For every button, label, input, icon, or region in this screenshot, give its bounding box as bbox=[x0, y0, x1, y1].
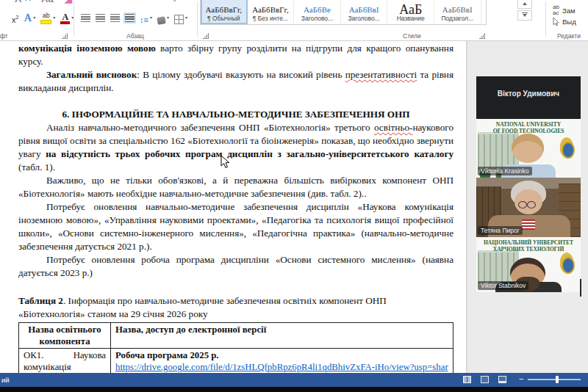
font-group: x2 А▾ ab▾ А▾ bbox=[12, 10, 74, 24]
replace-button[interactable]: abac Зам bbox=[553, 4, 575, 16]
paragraph: Потребує оновлення робоча програма дисци… bbox=[18, 253, 453, 280]
web-layout-icon[interactable] bbox=[498, 376, 506, 383]
participant-tile-pyroh[interactable]: Тетяна Пирог bbox=[476, 178, 581, 237]
paragraph: комунікація іноземною мовою варто збірну… bbox=[18, 42, 453, 68]
word-ribbon: А А Аа ◢ ≔ ≕ ¶ x2 А▾ ab▾ А▾ ↕≡▾ ▾ ▾ bbox=[0, 0, 588, 41]
shrink-font-icon[interactable]: А bbox=[25, 0, 31, 2]
panel-edge bbox=[580, 279, 581, 297]
style-label: ¶ Без инте... bbox=[253, 15, 288, 23]
participant-name: Тетяна Пирог bbox=[478, 226, 523, 235]
style-preview: АаБбВвГг, bbox=[206, 5, 243, 15]
shading-icon[interactable]: ▾ bbox=[157, 10, 169, 24]
university-banner: NATIONAL UNIVERSITY OF FOOD TECHNOLOGIES bbox=[476, 121, 581, 134]
table-header-cell: Назва освітнього компонента bbox=[19, 323, 111, 349]
select-label: Выд bbox=[562, 18, 576, 26]
highlight-color-icon[interactable]: ab▾ bbox=[40, 10, 55, 24]
participant-tile-stabnikov[interactable]: НАЦІОНАЛЬНИЙ УНІВЕРСИТЕТ ХАРЧОВИХ ТЕХНОЛ… bbox=[476, 237, 581, 292]
pilcrow-icon[interactable]: ¶ bbox=[172, 0, 176, 2]
participant-video-face bbox=[512, 134, 544, 163]
text-effects-icon[interactable]: А▾ bbox=[24, 10, 35, 24]
paragraph: Загальний висновок: В цілому здобувачі в… bbox=[18, 68, 453, 95]
word-status-bar: ий − bbox=[0, 373, 588, 387]
editing-group-label: Редакти bbox=[557, 32, 581, 40]
grow-font-icon[interactable]: А bbox=[15, 0, 21, 4]
participant-name: Віктор Удимович bbox=[476, 90, 581, 98]
change-case-icon[interactable]: Аа bbox=[41, 0, 54, 4]
table-header-cell: Назва, доступ до електронної версії bbox=[111, 323, 453, 349]
style-preview: АаБбВвГг, bbox=[252, 5, 289, 15]
glasses bbox=[518, 198, 539, 205]
styles-dialog-launcher-icon[interactable] bbox=[479, 33, 485, 39]
justify-icon[interactable] bbox=[125, 14, 135, 22]
zoom-out-icon[interactable]: − bbox=[519, 375, 523, 383]
style-title[interactable]: АаБ Название bbox=[387, 0, 434, 24]
group-separator bbox=[545, 1, 546, 37]
align-center-icon[interactable] bbox=[96, 14, 105, 22]
numbering-icon[interactable]: ≕ bbox=[109, 0, 116, 1]
styles-gallery: АаБбВвГг, ¶ Обычный АаБбВвГг, ¶ Без инте… bbox=[200, 0, 487, 25]
paragraph-dialog-launcher-icon[interactable] bbox=[203, 33, 209, 39]
mouse-cursor bbox=[220, 155, 230, 169]
document-table: Назва освітнього компонента Назва, досту… bbox=[18, 322, 453, 373]
style-subtitle[interactable]: АаБбВвІ Подзагол... bbox=[434, 0, 481, 24]
striped-collar bbox=[522, 219, 535, 230]
group-separator bbox=[74, 1, 74, 37]
status-language-text: ий bbox=[1, 376, 10, 384]
style-heading2[interactable]: АаБбВвІ Заголово... bbox=[341, 0, 388, 24]
meeting-shared-screen: А А Аа ◢ ≔ ≕ ¶ x2 А▾ ab▾ А▾ ↕≡▾ ▾ ▾ bbox=[0, 0, 588, 392]
styles-group-label: Стили bbox=[403, 32, 421, 40]
replace-icon: abac bbox=[553, 4, 559, 16]
style-label: Заголово... bbox=[301, 15, 333, 23]
style-normal[interactable]: АаБбВвГг, ¶ Обычный bbox=[201, 0, 248, 24]
style-label: ¶ Обычный bbox=[207, 15, 240, 23]
style-label: Название bbox=[397, 15, 425, 23]
subscript-icon[interactable]: x2 bbox=[12, 10, 18, 24]
document-page[interactable]: комунікація іноземною мовою варто збірну… bbox=[0, 41, 466, 373]
select-button[interactable]: Выд bbox=[553, 18, 576, 26]
replace-label: Зам bbox=[562, 7, 576, 15]
style-preview: АаБбВвІ bbox=[349, 5, 379, 15]
styles-gallery-scroll bbox=[517, 0, 532, 22]
university-coat-of-arms bbox=[556, 135, 577, 163]
style-label: Подзагол... bbox=[441, 15, 473, 23]
paragraph: Важливо, що не тільки обов'язкові, а й п… bbox=[18, 174, 453, 200]
bullets-icon[interactable]: ≔ bbox=[88, 0, 96, 1]
font-group-label: фт bbox=[0, 32, 8, 40]
table-caption: Таблиця 2. Інформація про навчально-мето… bbox=[18, 294, 453, 321]
participant-tile-udymovych[interactable]: Віктор Удимович bbox=[476, 76, 581, 119]
style-heading1[interactable]: АаБбВе Заголово... bbox=[294, 0, 341, 24]
gallery-more-icon[interactable] bbox=[517, 10, 532, 21]
style-label: Заголово... bbox=[348, 15, 379, 23]
group-separator bbox=[197, 1, 198, 37]
drive-link[interactable]: https://drive.google.com/file/d/1zsHLQfp… bbox=[115, 362, 448, 373]
participant-name: Viktor Stabnikov bbox=[478, 281, 528, 290]
zoom-slider-thumb[interactable] bbox=[556, 376, 559, 383]
print-layout-icon[interactable] bbox=[481, 376, 489, 383]
read-mode-icon[interactable] bbox=[463, 376, 471, 383]
zoom-control: − bbox=[519, 375, 581, 383]
letterbox-bar bbox=[0, 387, 588, 392]
clear-formatting-icon[interactable]: ◢ bbox=[65, 0, 72, 4]
font-dialog-launcher-icon[interactable] bbox=[62, 33, 68, 39]
gallery-up-icon[interactable] bbox=[517, 0, 532, 9]
align-right-icon[interactable] bbox=[110, 14, 120, 22]
line-spacing-icon[interactable]: ↕≡▾ bbox=[140, 10, 152, 24]
table-header-row: Назва освітнього компонента Назва, досту… bbox=[19, 323, 453, 349]
paragraph: Аналіз навчально-методичного забезпеченн… bbox=[18, 121, 453, 174]
component-cell: ОК1. Наукова комунікація іноземною мовою bbox=[19, 349, 111, 374]
section-heading: 6. ІНФОРМАЦІЙНЕ ТА НАВЧАЛЬНО-МЕТОДИЧНЕ З… bbox=[18, 108, 453, 121]
borders-icon[interactable]: ▾ bbox=[174, 10, 187, 24]
style-no-spacing[interactable]: АаБбВвГг, ¶ Без инте... bbox=[248, 0, 295, 24]
zoom-slider[interactable] bbox=[528, 379, 581, 380]
document-text: комунікація іноземною мовою варто збірну… bbox=[18, 42, 453, 373]
align-left-icon[interactable] bbox=[81, 14, 90, 22]
font-color-icon[interactable]: А▾ bbox=[60, 10, 74, 24]
program-title: Робоча програма 2025 р. bbox=[115, 350, 219, 360]
style-preview: АаБбВе bbox=[304, 5, 331, 15]
program-cell: Робоча програма 2025 р. https://drive.go… bbox=[111, 349, 453, 374]
participant-tile-krasinko[interactable]: NATIONAL UNIVERSITY OF FOOD TECHNOLOGIES… bbox=[476, 119, 581, 178]
select-pointer-icon bbox=[553, 18, 559, 26]
paragraph-group: ↕≡▾ ▾ ▾ bbox=[81, 10, 187, 24]
table-row: ОК1. Наукова комунікація іноземною мовою… bbox=[19, 349, 453, 374]
participant-name: Viktoriia Krasinko bbox=[478, 167, 532, 175]
